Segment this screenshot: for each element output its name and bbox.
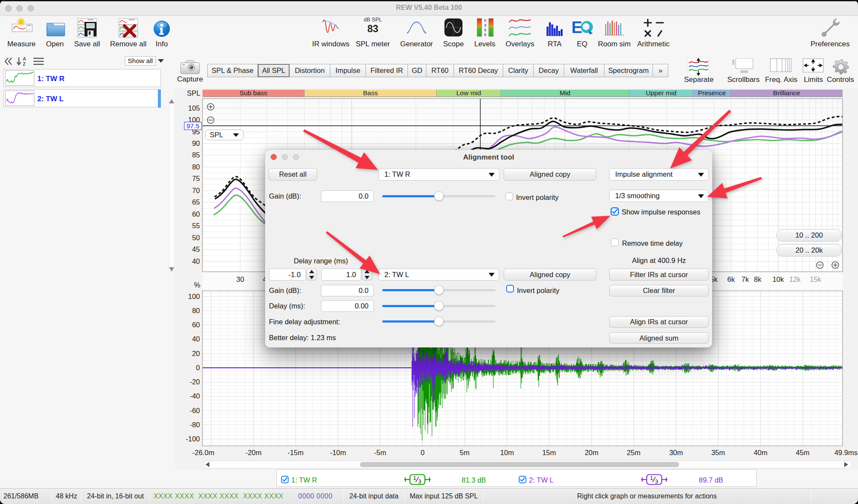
svg-text:3: 3 xyxy=(418,478,421,485)
svg-text:3: 3 xyxy=(655,478,658,485)
svg-text:1: 1 xyxy=(650,475,653,481)
svg-text:1: 1 xyxy=(413,475,416,481)
